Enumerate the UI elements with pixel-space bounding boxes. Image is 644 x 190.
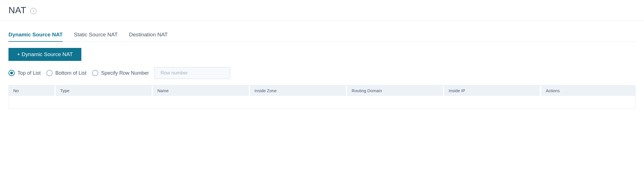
radio-circle-icon <box>46 70 53 76</box>
add-dynamic-source-nat-button[interactable]: + Dynamic Source NAT <box>8 48 81 61</box>
column-header-no: No <box>9 85 56 96</box>
info-icon[interactable]: i <box>30 8 36 14</box>
table-header: No Type Name Inside Zone Routing Domain … <box>9 85 635 96</box>
table-body <box>9 96 635 108</box>
radio-label: Bottom of List <box>55 70 86 76</box>
radio-label: Top of List <box>18 70 41 76</box>
page-title: NAT <box>8 5 26 16</box>
column-header-name: Name <box>153 85 250 96</box>
radio-circle-icon <box>8 70 15 76</box>
tab-destination-nat[interactable]: Destination NAT <box>129 32 168 42</box>
column-header-routing-domain: Routing Domain <box>347 85 444 96</box>
radio-label: Specify Row Number <box>101 70 149 76</box>
tab-dynamic-source-nat[interactable]: Dynamic Source NAT <box>8 32 63 42</box>
page-header: NAT i <box>0 0 644 21</box>
column-header-inside-zone: Inside Zone <box>250 85 347 96</box>
radio-bottom-of-list[interactable]: Bottom of List <box>46 70 86 76</box>
radio-specify-row-number[interactable]: Specify Row Number <box>92 70 149 76</box>
nat-page: NAT i Dynamic Source NAT Static Source N… <box>0 0 644 190</box>
column-header-actions: Actions <box>541 85 635 96</box>
tabs: Dynamic Source NAT Static Source NAT Des… <box>8 32 636 42</box>
nat-table: No Type Name Inside Zone Routing Domain … <box>8 85 636 109</box>
row-number-input[interactable] <box>155 67 230 79</box>
radio-circle-icon <box>92 70 98 76</box>
page-content: Dynamic Source NAT Static Source NAT Des… <box>0 32 644 109</box>
column-header-inside-ip: Inside IP <box>444 85 541 96</box>
tab-static-source-nat[interactable]: Static Source NAT <box>74 32 118 42</box>
radio-top-of-list[interactable]: Top of List <box>8 70 41 76</box>
placement-row: Top of List Bottom of List Specify Row N… <box>8 67 636 79</box>
column-header-type: Type <box>56 85 153 96</box>
radio-dot-icon <box>10 72 13 74</box>
